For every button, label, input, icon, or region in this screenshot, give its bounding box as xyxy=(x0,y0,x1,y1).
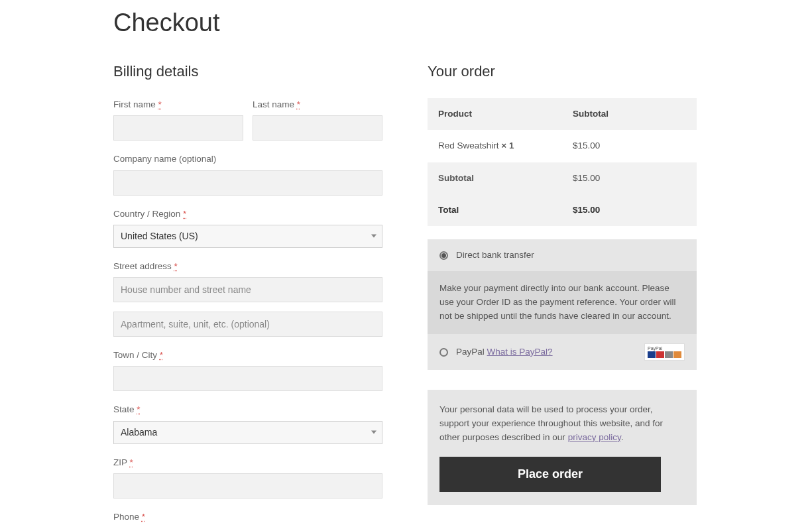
order-item-name: Red Sweatshirt × 1 xyxy=(428,130,562,162)
city-input[interactable] xyxy=(113,366,382,391)
radio-icon xyxy=(439,251,448,260)
order-total-row: Total $15.00 xyxy=(428,194,697,226)
first-name-input[interactable] xyxy=(113,115,243,141)
street-input[interactable] xyxy=(113,277,382,302)
state-label: State * xyxy=(113,403,382,416)
payment-paypal-label: PayPal xyxy=(456,347,487,357)
order-total-label: Total xyxy=(428,194,562,226)
country-selected-value: United States (US) xyxy=(121,231,198,241)
payment-bacs-description: Make your payment directly into our bank… xyxy=(428,271,697,334)
last-name-label: Last name * xyxy=(253,98,382,111)
required-icon: * xyxy=(137,404,140,414)
country-label: Country / Region * xyxy=(113,207,382,221)
radio-icon xyxy=(439,348,448,357)
company-input[interactable] xyxy=(113,170,382,196)
country-select[interactable]: United States (US) xyxy=(113,225,382,248)
order-subtotal-value: $15.00 xyxy=(562,162,697,194)
order-header-product: Product xyxy=(428,98,562,130)
order-header-subtotal: Subtotal xyxy=(562,98,697,130)
privacy-text: Your personal data will be used to proce… xyxy=(439,403,685,445)
payment-bacs-label: Direct bank transfer xyxy=(456,249,534,262)
phone-label: Phone * xyxy=(113,510,382,524)
place-order-box: Your personal data will be used to proce… xyxy=(428,390,697,505)
order-item-row: Red Sweatshirt × 1 $15.00 xyxy=(428,130,697,162)
last-name-input[interactable] xyxy=(253,115,382,141)
required-icon: * xyxy=(297,99,300,109)
first-name-label: First name * xyxy=(113,98,243,111)
required-icon: * xyxy=(174,261,178,271)
order-item-qty: × 1 xyxy=(501,141,514,150)
city-label: Town / City * xyxy=(113,349,382,362)
zip-label: ZIP * xyxy=(113,456,382,469)
order-subtotal-row: Subtotal $15.00 xyxy=(428,162,697,194)
payment-option-bacs[interactable]: Direct bank transfer xyxy=(428,239,697,271)
street2-input[interactable] xyxy=(113,312,382,337)
discover-icon xyxy=(673,351,681,358)
page-title: Checkout xyxy=(113,4,683,42)
company-label: Company name (optional) xyxy=(113,152,382,166)
visa-icon xyxy=(648,351,656,358)
required-icon: * xyxy=(160,350,163,360)
state-select[interactable]: Alabama xyxy=(113,421,382,444)
required-icon: * xyxy=(158,99,162,109)
paypal-card-icons: PayPal xyxy=(644,343,685,361)
required-icon: * xyxy=(183,209,186,219)
payment-methods: Direct bank transfer Make your payment d… xyxy=(428,239,697,370)
place-order-button[interactable]: Place order xyxy=(439,457,661,492)
mastercard-icon xyxy=(656,351,664,358)
billing-heading: Billing details xyxy=(113,60,382,82)
payment-option-paypal[interactable]: PayPal What is PayPal? PayPal xyxy=(428,334,697,370)
amex-icon xyxy=(665,351,673,358)
required-icon: * xyxy=(130,457,133,467)
what-is-paypal-link[interactable]: What is PayPal? xyxy=(487,347,553,357)
order-total-value: $15.00 xyxy=(562,194,697,226)
order-subtotal-label: Subtotal xyxy=(428,162,562,194)
zip-input[interactable] xyxy=(113,473,382,498)
state-selected-value: Alabama xyxy=(121,427,157,438)
required-icon: * xyxy=(142,512,145,522)
order-item-subtotal: $15.00 xyxy=(562,130,697,162)
order-heading: Your order xyxy=(428,60,697,82)
street-label: Street address * xyxy=(113,260,382,273)
order-table: Product Subtotal Red Sweatshirt × 1 $15.… xyxy=(428,98,697,226)
privacy-policy-link[interactable]: privacy policy xyxy=(568,432,621,442)
